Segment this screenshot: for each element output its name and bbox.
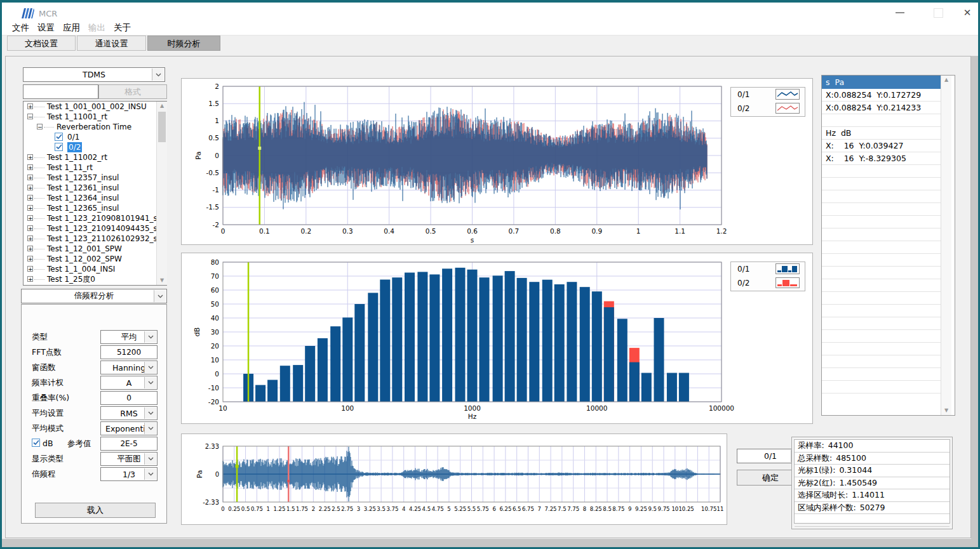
menu-item-2[interactable]: 设置 [37,20,55,35]
form-input[interactable]: 51200 [100,345,158,359]
form-label: 窗函数 [32,362,56,373]
tab-3[interactable]: 时频分析 [147,36,220,51]
app-window: MCR ✕ 文件设置应用输出关于 文档设置通道设置时频分析 TDMS 格式 +T… [0,0,980,549]
analysis-type-value: 倍频程分析 [74,291,114,301]
chevron-down-icon[interactable] [152,69,164,81]
tab-1[interactable]: 文档设置 [7,36,76,51]
tree-item[interactable]: −Test 1_11001_rt [23,112,166,122]
tree-item[interactable]: +Test 1_123_211026102932_spw [23,234,166,244]
tree-item[interactable]: 0/2 [23,142,166,152]
stats-row: 选择区域时长:1.14011 [795,489,950,502]
expand-icon[interactable]: + [27,215,33,221]
tree-item[interactable]: +Test 1_11002_rt [23,152,166,162]
expand-icon[interactable]: + [27,225,33,231]
scroll-down-icon[interactable]: ▼ [157,276,167,285]
file-tree[interactable]: +Test 1_001_001_002_INSU−Test 1_11001_rt… [23,101,167,286]
expand-icon[interactable]: + [27,276,33,282]
expand-icon[interactable]: + [27,266,33,272]
tree-item[interactable]: +Test 1_12365_insul [23,203,166,213]
minimize-button[interactable] [890,6,910,19]
menu-item-1[interactable]: 文件 [12,20,29,35]
expand-icon[interactable]: + [27,185,33,190]
db-checkbox[interactable] [32,439,40,447]
chevron-down-icon[interactable] [144,377,156,388]
form-combo[interactable]: Exponential [100,421,158,435]
form-combo[interactable]: 1/3 [100,467,158,481]
form-input[interactable]: 0 [100,391,158,405]
scroll-up-icon[interactable]: ▲ [157,102,167,110]
tree-item[interactable]: +Test 1_123_210908101941_spw [23,213,166,223]
tree-item[interactable]: +Test 1_12357_insul [23,173,166,183]
legend-row: 0/1 [731,88,805,102]
chevron-down-icon[interactable] [144,468,156,480]
tree-item[interactable]: −Reverberation Time [23,122,166,132]
form-combo[interactable]: 平均 [100,330,158,344]
bar-0-1 [392,277,402,402]
scroll-up-icon[interactable]: ▲ [941,76,951,84]
tree-item[interactable]: +Test 1_12_001_SPW [23,244,166,254]
tree-item[interactable]: 0/1 [23,132,166,142]
close-button[interactable]: ✕ [957,6,977,19]
window-scrollbar-horizontal[interactable] [2,539,978,547]
readout-scrollbar[interactable]: ▲ ▼ [941,76,951,415]
expand-icon[interactable]: + [27,235,33,241]
filter-input[interactable] [23,84,98,99]
menu-bar: 文件设置应用输出关于 [2,20,978,36]
chevron-down-icon[interactable] [144,407,156,419]
octave-spectrum-chart[interactable]: 80706050403020100-10-2010100100010000100… [181,253,813,424]
form-combo[interactable]: RMS [100,406,158,420]
form-combo[interactable]: 平面图 [100,452,158,466]
expand-icon[interactable]: + [27,256,33,261]
menu-item-5[interactable]: 关于 [114,20,131,35]
svg-text:9: 9 [628,506,631,512]
tree-scrollbar-thumb[interactable] [158,112,166,142]
form-combo[interactable]: A [100,376,158,390]
tree-item[interactable]: +Test 1_001_001_002_INSU [23,102,166,112]
collapse-icon[interactable]: − [37,124,43,129]
chevron-down-icon[interactable] [144,331,156,343]
svg-text:0.8: 0.8 [550,227,561,235]
bar-0-1 [342,317,352,402]
chevron-down-icon[interactable] [144,362,156,373]
expand-icon[interactable]: + [27,205,33,211]
maximize-button[interactable] [928,6,948,19]
tree-connector [34,188,44,189]
format-button[interactable]: 格式 [98,84,167,99]
svg-text:8.5: 8.5 [603,506,612,512]
expand-icon[interactable]: + [27,154,33,160]
window-scrollbar-vertical[interactable] [971,56,978,539]
collapse-icon[interactable]: − [27,114,33,119]
tree-item[interactable]: +Test 1_12_002_SPW [23,254,166,264]
bar-0-1 [604,307,614,402]
expand-icon[interactable]: + [27,246,33,251]
tree-checkbox[interactable] [55,143,63,151]
expand-icon[interactable]: + [27,103,33,109]
overview-waveform-chart[interactable]: 2.330-2.3300.250.50.7511.251.51.7522.252… [181,433,727,525]
menu-item-3[interactable]: 应用 [63,20,80,35]
load-button[interactable]: 载入 [35,503,156,518]
tree-item[interactable]: +Test 1_12364_insul [23,193,166,203]
tree-connector [34,249,44,249]
tree-item[interactable]: +Test 1_11_rt [23,162,166,173]
stats-row: 光标1(绿):0.31044 [795,465,950,477]
expand-icon[interactable]: + [27,164,33,170]
expand-icon[interactable]: + [27,175,33,180]
tree-item[interactable]: +Test 1_1_004_INSI [23,264,166,274]
tab-2[interactable]: 通道设置 [77,36,146,51]
form-input[interactable]: 2E-5 [100,437,158,451]
tree-item[interactable]: +Test 1_123_210914094435_spw [23,223,166,234]
time-waveform-chart[interactable]: 21.510.50-0.5-1-1.5-200.10.20.30.40.50.6… [181,78,813,245]
tree-item[interactable]: +Test 1_12361_insul [23,183,166,193]
expand-icon[interactable]: + [27,195,33,201]
chevron-down-icon[interactable] [144,423,156,434]
analysis-type-combo[interactable]: 倍频程分析 [21,289,167,303]
cursor-readout-list[interactable]: s Pa X:0.088254 Y:0.172729X:0.088254 Y:0… [821,75,955,416]
scroll-down-icon[interactable]: ▼ [941,406,951,415]
tree-item[interactable]: +Test 1_25度0 [23,274,166,284]
tree-scrollbar[interactable]: ▲ ▼ [156,102,167,285]
chevron-down-icon[interactable] [144,453,156,465]
form-combo[interactable]: Hanning [100,360,158,374]
tree-checkbox[interactable] [55,133,63,141]
file-format-combo[interactable]: TDMS [23,67,165,82]
chevron-down-icon[interactable] [154,290,166,302]
